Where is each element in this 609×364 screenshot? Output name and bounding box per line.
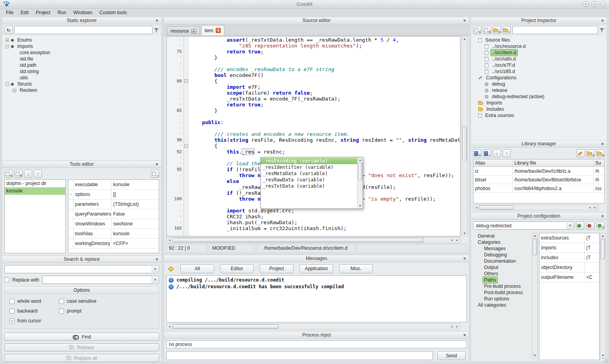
project-node[interactable]: release: [471, 87, 607, 93]
menu-item-edit[interactable]: Edit: [17, 9, 32, 16]
message-row[interactable]: i/.../build/resource.d.coedit has been s…: [167, 284, 466, 290]
category-button[interactable]: [167, 265, 175, 273]
message-list[interactable]: icompiling /.../build/resource.d.coediti…: [166, 275, 467, 322]
close-panel-icon[interactable]: ×: [462, 18, 467, 23]
expand-arrow-icon[interactable]: ›: [68, 190, 73, 199]
messages-filter-misc[interactable]: Misc.: [339, 264, 373, 273]
symbol-node[interactable]: std.path: [2, 62, 161, 68]
category-node[interactable]: Categories: [473, 239, 532, 245]
remove-configuration-button[interactable]: [586, 221, 594, 230]
remove-tool-button[interactable]: ×: [14, 170, 22, 178]
config-prop-value[interactable]: (T: [585, 233, 599, 243]
search-combo[interactable]: ▼: [4, 265, 159, 273]
project-tree[interactable]: Source files../src/resource.d../src/item…: [471, 36, 607, 140]
checkbox-prompt[interactable]: prompt: [59, 308, 157, 314]
symbol-node[interactable]: +ResItem: [2, 87, 161, 93]
filter-icon[interactable]: [600, 28, 605, 33]
scroll-left-icon[interactable]: ◂: [167, 238, 172, 243]
scroll-left-icon[interactable]: ◂: [449, 324, 454, 329]
category-node[interactable]: All categories: [473, 302, 532, 308]
completion-list[interactable]: _resEncoding (variable)_resIdentifier (v…: [261, 157, 357, 209]
tool-prop-value[interactable]: konsole: [112, 180, 159, 189]
category-node[interactable]: Paths: [473, 277, 532, 283]
refresh-button[interactable]: ↻: [4, 26, 13, 34]
categories-vscrollbar[interactable]: ▲ ▼: [532, 233, 538, 359]
messages-hscrollbar[interactable]: ◂ ◂ ▸: [166, 324, 460, 329]
symbol-node[interactable]: −Imports: [2, 43, 161, 49]
tab-close-icon[interactable]: ×: [216, 28, 221, 33]
menu-item-custom-tools[interactable]: Custom tools: [96, 9, 130, 16]
library-row[interactable]: bitset/home/basile/Dev/Bitset/lib/bitse/…: [473, 176, 604, 184]
configuration-selector[interactable]: debug-redirected▼: [473, 221, 574, 230]
scroll-right-icon[interactable]: ▸: [592, 205, 598, 210]
project-node[interactable]: ../src/utils.d: [471, 56, 607, 62]
expand-icon[interactable]: +: [6, 38, 9, 42]
replace-with-checkbox[interactable]: Replace with: [4, 277, 39, 283]
symbol-node[interactable]: −Structs: [2, 81, 161, 87]
close-panel-icon[interactable]: ×: [462, 256, 467, 261]
completion-item[interactable]: _resEncoding (variable): [261, 158, 357, 164]
menu-item-file[interactable]: File: [2, 9, 17, 16]
scroll-right-icon[interactable]: ▸: [455, 238, 460, 243]
library-hscrollbar[interactable]: ◂ ◂ ▸: [473, 205, 598, 210]
scrollbar-thumb[interactable]: [358, 163, 362, 180]
project-node[interactable]: Source files: [471, 37, 607, 43]
project-node[interactable]: Imports: [471, 100, 607, 106]
project-node[interactable]: ../src/item.d: [471, 49, 607, 56]
scroll-down-icon[interactable]: ▼: [532, 353, 537, 358]
library-row[interactable]: iz/home/basile/Dev/Iz/lib/iz.a/h: [473, 167, 604, 176]
library-from-file-button[interactable]: +: [587, 149, 595, 157]
move-tool-up-button[interactable]: ↑: [34, 170, 42, 178]
close-panel-icon[interactable]: ×: [154, 257, 160, 262]
message-row[interactable]: icompiling /.../build/resource.d.coedit: [167, 277, 466, 284]
category-node[interactable]: Run options: [473, 296, 532, 302]
scroll-up-icon[interactable]: ▲: [600, 233, 605, 238]
editor-hscrollbar[interactable]: ◂ ◂ ▸: [166, 237, 460, 243]
project-node[interactable]: debug: [471, 81, 607, 87]
category-node[interactable]: Others: [473, 271, 532, 277]
filter-icon[interactable]: [154, 28, 159, 33]
tools-list[interactable]: dolphin - project dirkonsole: [4, 179, 66, 253]
chevron-down-icon[interactable]: ▼: [152, 266, 158, 273]
expand-icon[interactable]: +: [13, 89, 16, 92]
sync-configurations-button[interactable]: [576, 221, 584, 230]
collapse-icon[interactable]: −: [6, 45, 9, 48]
tab-close-icon[interactable]: ×: [191, 29, 196, 34]
option-categories-tree[interactable]: GeneralCategoriesMessagesDebuggingDocume…: [473, 231, 532, 360]
shade-window-icon[interactable]: ∨: [583, 1, 589, 7]
config-prop-value[interactable]: <C: [585, 273, 599, 282]
library-column-header[interactable]: Library file: [513, 159, 594, 166]
symbol-tree[interactable]: +Enums−Importscore.exceptionstd.filestd.…: [2, 36, 161, 160]
scroll-down-icon[interactable]: ▼: [600, 353, 605, 358]
move-tool-down-button[interactable]: ↓: [24, 170, 32, 178]
scrollbar-thumb[interactable]: [462, 126, 467, 160]
checkbox-backward[interactable]: backward: [9, 308, 56, 314]
remove-source-button[interactable]: ×: [483, 26, 491, 34]
config-prop-value[interactable]: [585, 263, 599, 272]
replace-button[interactable]: Replace: [4, 343, 159, 351]
completion-item[interactable]: _resTxtData (variable): [261, 183, 357, 189]
project-node[interactable]: Configurations: [471, 75, 607, 81]
messages-filter-all[interactable]: All: [180, 264, 214, 273]
add-library-button[interactable]: +: [473, 149, 481, 157]
library-row[interactable]: phobos/usr/lib64/libphobos2.a/us: [473, 184, 604, 193]
symbol-node[interactable]: std.string: [2, 68, 161, 75]
scrollbar-thumb[interactable]: [533, 239, 537, 255]
checkbox-case-sensitive[interactable]: case sensitive: [59, 298, 157, 304]
run-tool-button[interactable]: ›: [151, 170, 159, 178]
menu-item-project[interactable]: Project: [32, 9, 54, 16]
editor-vscrollbar[interactable]: ▲ ▼: [462, 36, 468, 236]
scroll-left-icon[interactable]: ◂: [167, 324, 172, 329]
tool-prop-value[interactable]: konsole: [112, 229, 159, 238]
move-library-up-button[interactable]: ↑: [503, 149, 511, 157]
tool-prop-value[interactable]: False: [112, 209, 159, 219]
tool-prop-value[interactable]: (TStringList): [112, 199, 159, 209]
collapse-icon[interactable]: −: [6, 82, 9, 86]
add-folder-button[interactable]: +: [493, 26, 501, 34]
category-node[interactable]: Messages: [473, 245, 532, 252]
category-node[interactable]: General: [473, 233, 532, 239]
tool-item[interactable]: konsole: [5, 187, 65, 195]
scroll-left-icon[interactable]: ◂: [587, 205, 592, 210]
symbol-node[interactable]: utils: [2, 75, 161, 81]
category-node[interactable]: Documentation: [473, 258, 532, 264]
